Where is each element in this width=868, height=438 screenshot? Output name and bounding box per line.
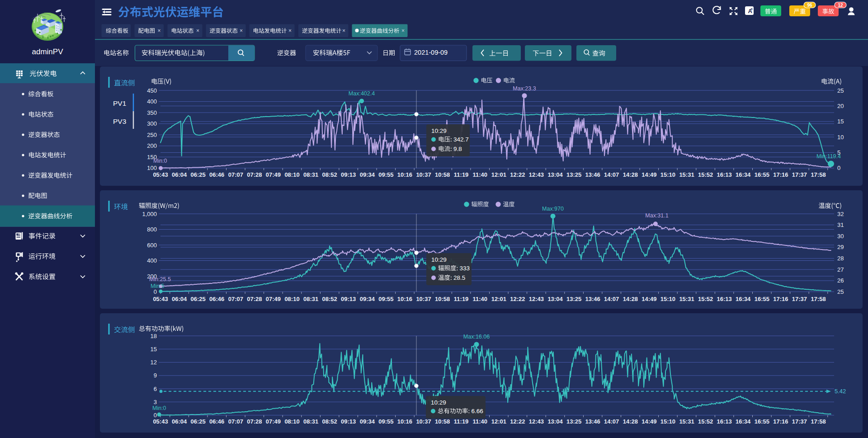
svg-text:16:34: 16:34	[736, 171, 751, 178]
svg-text:10:58: 10:58	[435, 296, 450, 302]
svg-text:08:31: 08:31	[303, 171, 318, 178]
svg-text:14:28: 14:28	[623, 296, 638, 302]
svg-text:14:28: 14:28	[623, 171, 638, 178]
svg-text:15:10: 15:10	[660, 418, 675, 425]
svg-text:400: 400	[147, 257, 157, 264]
svg-text:06:04: 06:04	[172, 296, 187, 302]
svg-text:Max:402.4: Max:402.4	[349, 90, 375, 97]
svg-text:16:55: 16:55	[755, 296, 769, 302]
svg-text:333: 333	[460, 265, 470, 272]
svg-text:2021-09-09: 2021-09-09	[414, 49, 448, 56]
svg-text:1,000: 1,000	[142, 211, 157, 217]
svg-text:11:19: 11:19	[454, 171, 469, 178]
svg-text:09:13: 09:13	[341, 171, 356, 178]
svg-text:10:37: 10:37	[416, 296, 431, 302]
svg-text:07:07: 07:07	[228, 171, 243, 178]
svg-text:16:34: 16:34	[736, 418, 751, 425]
svg-text:09:34: 09:34	[360, 171, 375, 178]
svg-text:15:31: 15:31	[679, 418, 694, 425]
svg-text:Max:970: Max:970	[542, 206, 564, 212]
svg-text:18: 18	[151, 333, 157, 339]
svg-text:07:28: 07:28	[247, 296, 262, 302]
svg-text:17:58: 17:58	[811, 171, 826, 178]
svg-text:08:10: 08:10	[284, 296, 299, 302]
svg-text:x: x	[751, 7, 753, 11]
svg-text:12:01: 12:01	[491, 171, 506, 178]
svg-text:08:10: 08:10	[284, 418, 299, 425]
svg-text:15:52: 15:52	[698, 418, 713, 425]
svg-text:16:55: 16:55	[755, 171, 769, 178]
svg-text:10:16: 10:16	[397, 296, 412, 302]
svg-text:13:46: 13:46	[585, 171, 600, 178]
svg-text:16:55: 16:55	[755, 418, 769, 425]
svg-text:10:29: 10:29	[431, 256, 447, 263]
svg-text:600: 600	[147, 242, 157, 249]
svg-text:17:37: 17:37	[792, 296, 807, 302]
svg-text:08:10: 08:10	[284, 171, 299, 178]
svg-text:×: ×	[157, 28, 160, 34]
svg-text:6.66: 6.66	[472, 408, 483, 414]
svg-text:14:49: 14:49	[642, 418, 656, 425]
svg-text:16:13: 16:13	[717, 418, 731, 425]
svg-text:06:25: 06:25	[190, 296, 205, 302]
svg-text:10:29: 10:29	[431, 127, 447, 134]
svg-text:×: ×	[288, 28, 292, 34]
svg-text:15:52: 15:52	[698, 296, 713, 302]
svg-text:08:31: 08:31	[303, 418, 318, 425]
svg-text:12:01: 12:01	[491, 296, 506, 302]
svg-text:10:16: 10:16	[397, 171, 412, 178]
svg-text:9.8: 9.8	[453, 146, 462, 152]
svg-text:11:40: 11:40	[472, 171, 487, 178]
svg-text:13:25: 13:25	[566, 296, 581, 302]
svg-text:25: 25	[837, 288, 844, 295]
svg-text:17:16: 17:16	[773, 418, 788, 425]
svg-text:09:13: 09:13	[341, 296, 356, 302]
svg-text:12:01: 12:01	[491, 418, 506, 425]
svg-text:×: ×	[196, 28, 199, 34]
svg-text:10:16: 10:16	[397, 418, 412, 425]
svg-text:10: 10	[837, 134, 844, 141]
svg-text:10:37: 10:37	[416, 418, 431, 425]
svg-text:09:34: 09:34	[360, 296, 375, 302]
svg-text:20: 20	[837, 103, 844, 109]
svg-text:14:49: 14:49	[642, 296, 656, 302]
svg-text:07:49: 07:49	[266, 418, 281, 425]
svg-text:Min:5: Min:5	[151, 283, 165, 289]
svg-text:12:43: 12:43	[529, 296, 544, 302]
svg-text:0: 0	[154, 412, 157, 419]
svg-text:12:43: 12:43	[529, 171, 544, 178]
svg-text:Min:0: Min:0	[152, 405, 166, 411]
svg-text:08:52: 08:52	[322, 296, 337, 302]
svg-text:14:28: 14:28	[623, 418, 638, 425]
svg-text:100: 100	[147, 165, 157, 171]
svg-text:05:43: 05:43	[153, 296, 168, 302]
svg-text:07:28: 07:28	[247, 171, 262, 178]
svg-text:17:37: 17:37	[792, 418, 807, 425]
svg-text:9: 9	[154, 372, 157, 379]
svg-text:12:22: 12:22	[510, 418, 525, 425]
svg-text:Max:31.1: Max:31.1	[645, 212, 668, 219]
svg-text:15:10: 15:10	[660, 171, 675, 178]
svg-text:12:22: 12:22	[510, 171, 525, 178]
svg-text:13:46: 13:46	[585, 418, 600, 425]
svg-text:08:52: 08:52	[322, 418, 337, 425]
svg-text:08:52: 08:52	[322, 171, 337, 178]
svg-text:350: 350	[147, 109, 157, 116]
svg-text:PV3: PV3	[113, 118, 126, 125]
svg-text:Max:16.06: Max:16.06	[463, 334, 490, 340]
svg-text:08:31: 08:31	[303, 296, 318, 302]
svg-text:12:43: 12:43	[529, 418, 544, 425]
svg-text:26: 26	[837, 277, 844, 284]
svg-text:342.7: 342.7	[453, 136, 469, 143]
svg-text:13:04: 13:04	[547, 171, 563, 178]
svg-text:17:37: 17:37	[792, 171, 807, 178]
svg-text:96: 96	[807, 3, 812, 8]
svg-text:28: 28	[837, 255, 844, 262]
svg-text:06:25: 06:25	[190, 418, 205, 425]
svg-text:15:31: 15:31	[679, 296, 694, 302]
svg-text:0: 0	[154, 288, 157, 295]
svg-text:13:04: 13:04	[547, 418, 563, 425]
svg-text:29: 29	[837, 244, 844, 250]
svg-text:0: 0	[837, 165, 840, 171]
svg-text:11:40: 11:40	[472, 296, 487, 302]
